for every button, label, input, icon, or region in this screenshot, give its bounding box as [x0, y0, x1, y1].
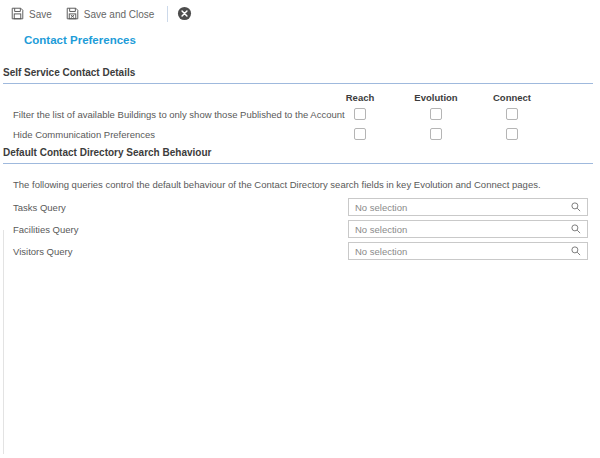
table-row-tasks-query: Tasks Query	[3, 198, 593, 216]
checkbox-hide-comm-prefs-connect[interactable]	[506, 128, 518, 140]
table-row-visitors-query: Visitors Query	[3, 242, 593, 260]
checkbox-column-headers: Reach Evolution Connect	[3, 84, 593, 104]
search-icon[interactable]	[570, 201, 587, 213]
search-icon[interactable]	[570, 245, 587, 257]
save-button[interactable]: Save	[8, 6, 55, 23]
row-label-tasks-query: Tasks Query	[3, 202, 348, 213]
panel-left-border	[3, 230, 4, 454]
facilities-query-lookup-field	[348, 220, 588, 238]
table-row-facilities-query: Facilities Query	[3, 220, 593, 238]
save-button-label: Save	[29, 9, 52, 20]
checkbox-hide-comm-prefs-evolution[interactable]	[430, 128, 442, 140]
row-label-filter-buildings: Filter the list of available Buildings t…	[3, 109, 322, 120]
section-default-search-behaviour: Default Contact Directory Search Behavio…	[3, 147, 593, 260]
save-and-close-button[interactable]: Save and Close	[63, 6, 158, 23]
table-row-filter-buildings: Filter the list of available Buildings t…	[3, 104, 593, 124]
section-self-service-contact-details: Self Service Contact Details Reach Evolu…	[3, 67, 593, 144]
save-and-close-button-label: Save and Close	[84, 9, 155, 20]
search-behaviour-description: The following queries control the defaul…	[3, 179, 593, 190]
checkbox-filter-buildings-reach[interactable]	[354, 108, 366, 120]
search-icon[interactable]	[570, 223, 587, 235]
section-header-self-service: Self Service Contact Details	[3, 67, 593, 84]
checkbox-hide-comm-prefs-reach[interactable]	[354, 128, 366, 140]
close-circle-icon	[177, 6, 192, 23]
tasks-query-input[interactable]	[349, 202, 570, 213]
content-area: Self Service Contact Details Reach Evolu…	[0, 67, 600, 260]
save-and-close-floppy-icon	[66, 7, 79, 22]
checkbox-filter-buildings-connect[interactable]	[506, 108, 518, 120]
toolbar: Save Save and Close	[0, 0, 600, 26]
toolbar-divider	[167, 6, 168, 22]
save-floppy-icon	[11, 7, 24, 22]
column-header-evolution: Evolution	[398, 92, 474, 103]
visitors-query-input[interactable]	[349, 246, 570, 257]
row-label-facilities-query: Facilities Query	[3, 224, 348, 235]
row-label-visitors-query: Visitors Query	[3, 246, 348, 257]
close-button[interactable]	[177, 6, 192, 23]
column-header-connect: Connect	[474, 92, 550, 103]
table-row-hide-communication-preferences: Hide Communication Preferences	[3, 124, 593, 144]
row-label-hide-communication-preferences: Hide Communication Preferences	[3, 129, 322, 140]
facilities-query-input[interactable]	[349, 224, 570, 235]
column-header-reach: Reach	[322, 92, 398, 103]
checkbox-filter-buildings-evolution[interactable]	[430, 108, 442, 120]
section-header-search-behaviour: Default Contact Directory Search Behavio…	[3, 147, 593, 164]
visitors-query-lookup-field	[348, 242, 588, 260]
tasks-query-lookup-field	[348, 198, 588, 216]
page-title: Contact Preferences	[24, 34, 600, 46]
